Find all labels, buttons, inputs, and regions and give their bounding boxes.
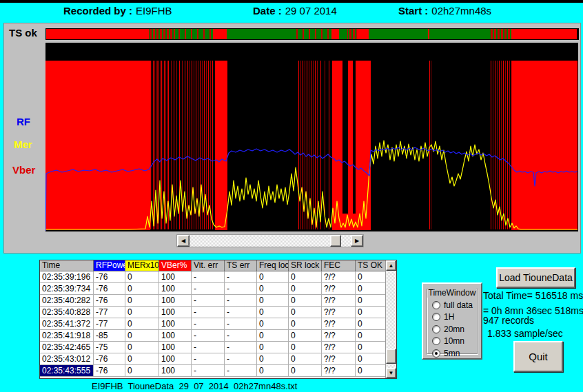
table-cell[interactable]: 0 [257, 318, 289, 330]
table-cell[interactable]: 100 [159, 330, 192, 342]
table-cell[interactable]: ?/? [322, 318, 356, 330]
table-row[interactable]: 02:35:40:282-760100--00?/?0 [40, 295, 386, 307]
column-header-vber-[interactable]: VBer% [159, 260, 192, 271]
table-cell[interactable]: 0 [257, 295, 289, 307]
table-cell[interactable]: 100 [159, 295, 192, 307]
table-cell[interactable]: - [192, 295, 225, 307]
table-cell[interactable]: 0 [289, 318, 322, 330]
table-row[interactable]: 02:35:41:372-770100--00?/?0 [40, 318, 386, 330]
table-cell[interactable]: 0 [257, 271, 289, 283]
table-cell[interactable]: 02:35:41:372 [40, 318, 94, 330]
table-cell[interactable]: - [225, 271, 257, 283]
table-cell[interactable]: -75 [94, 342, 125, 353]
table-cell[interactable]: 0 [356, 353, 386, 365]
table-cell[interactable]: 0 [257, 365, 289, 377]
table-cell[interactable]: 0 [257, 342, 289, 353]
table-cell[interactable]: ?/? [322, 307, 356, 318]
table-cell[interactable]: 0 [125, 283, 159, 295]
table-cell[interactable]: ?/? [322, 342, 356, 353]
table-cell[interactable]: 0 [125, 318, 159, 330]
table-cell[interactable]: 0 [356, 365, 386, 377]
table-cell[interactable]: 0 [257, 353, 289, 365]
table-cell[interactable]: 02:35:40:282 [40, 295, 94, 307]
table-cell[interactable]: 0 [289, 342, 322, 353]
table-cell[interactable]: 0 [125, 353, 159, 365]
table-cell[interactable]: - [192, 342, 225, 353]
table-cell[interactable]: -76 [94, 295, 125, 307]
column-header-ts-ok[interactable]: TS OK [356, 260, 386, 271]
table-cell[interactable]: 0 [289, 295, 322, 307]
table-cell[interactable]: - [225, 307, 257, 318]
table-cell[interactable]: 0 [125, 365, 159, 377]
table-cell[interactable]: ?/? [322, 365, 356, 377]
table-cell[interactable]: ?/? [322, 283, 356, 295]
table-cell[interactable]: -76 [94, 271, 125, 283]
table-cell[interactable]: 02:35:41:918 [40, 330, 94, 342]
column-header-ts-err[interactable]: TS err [225, 260, 257, 271]
radio-icon[interactable] [432, 325, 440, 333]
load-tiounedata-button[interactable]: Load TiouneData [496, 267, 575, 288]
table-scrollbar-thumb[interactable] [386, 349, 396, 364]
table-cell[interactable]: 0 [125, 330, 159, 342]
table-cell[interactable]: 0 [356, 318, 386, 330]
table-cell[interactable]: -76 [94, 353, 125, 365]
chart-horizontal-scrollbar[interactable]: ◀ ▶ [176, 234, 364, 247]
radio-icon[interactable] [432, 337, 440, 345]
table-cell[interactable]: 100 [159, 353, 192, 365]
table-row[interactable]: 02:35:42:465-750100--00?/?0 [40, 342, 386, 353]
time-window-option-full-data[interactable]: full data [432, 299, 475, 311]
table-cell[interactable]: ?/? [322, 330, 356, 342]
table-cell[interactable]: ?/? [322, 271, 356, 283]
table-cell[interactable]: 0 [289, 330, 322, 342]
table-cell[interactable]: - [192, 318, 225, 330]
table-cell[interactable]: - [192, 307, 225, 318]
table-cell[interactable]: 0 [356, 330, 386, 342]
table-cell[interactable]: ?/? [322, 295, 356, 307]
table-cell[interactable]: 0 [289, 271, 322, 283]
table-cell[interactable]: 0 [356, 271, 386, 283]
column-header-merx10[interactable]: MERx10 [125, 260, 159, 271]
table-cell[interactable]: 0 [257, 283, 289, 295]
table-cell[interactable]: -76 [94, 365, 125, 377]
radio-selected-icon[interactable] [432, 349, 440, 358]
table-cell[interactable]: 0 [125, 271, 159, 283]
table-cell[interactable]: 0 [289, 283, 322, 295]
table-cell[interactable]: 0 [125, 295, 159, 307]
table-cell[interactable]: 100 [159, 271, 192, 283]
table-cell[interactable]: 100 [159, 283, 192, 295]
table-cell[interactable]: 100 [159, 342, 192, 353]
table-cell[interactable]: - [225, 295, 257, 307]
table-cell[interactable]: 100 [159, 318, 192, 330]
table-cell[interactable]: 0 [356, 283, 386, 295]
table-cell[interactable]: 02:35:43:555 [40, 365, 94, 377]
column-header-fec[interactable]: FEC [322, 260, 356, 271]
table-cell[interactable]: 02:35:43:012 [40, 353, 94, 365]
table-cell[interactable]: 0 [125, 307, 159, 318]
table-cell[interactable]: - [192, 365, 225, 377]
table-cell[interactable]: -85 [94, 330, 125, 342]
chart-scrollbar-thumb[interactable] [330, 235, 341, 247]
table-cell[interactable]: -77 [94, 318, 125, 330]
table-cell[interactable]: - [225, 365, 257, 377]
table-vertical-scrollbar[interactable]: ▲ ▼ [385, 260, 396, 378]
time-window-option-1H[interactable]: 1H [432, 311, 475, 324]
table-cell[interactable]: 02:35:42:465 [40, 342, 94, 353]
table-cell[interactable]: 0 [125, 342, 159, 353]
table-cell[interactable]: -77 [94, 307, 125, 318]
table-cell[interactable]: 0 [257, 330, 289, 342]
radio-icon[interactable] [432, 301, 440, 309]
scroll-up-arrow-icon[interactable]: ▲ [386, 260, 396, 271]
scroll-left-arrow-icon[interactable]: ◀ [177, 235, 190, 247]
column-header-sr-lock[interactable]: SR lock [289, 260, 322, 271]
quit-button[interactable]: Quit [513, 341, 563, 372]
table-cell[interactable]: - [225, 342, 257, 353]
table-cell[interactable]: - [225, 353, 257, 365]
column-header-rfpower[interactable]: RFPower [94, 260, 125, 271]
time-window-option-10mn[interactable]: 10mn [432, 336, 475, 348]
table-row[interactable]: 02:35:43:555-760100--00?/?0 [40, 365, 386, 377]
table-cell[interactable]: - [225, 330, 257, 342]
table-cell[interactable]: 02:35:39:734 [40, 283, 94, 295]
table-row[interactable]: 02:35:39:734-760100--00?/?0 [40, 283, 386, 295]
radio-icon[interactable] [432, 313, 440, 321]
column-header-time[interactable]: Time [40, 260, 94, 271]
